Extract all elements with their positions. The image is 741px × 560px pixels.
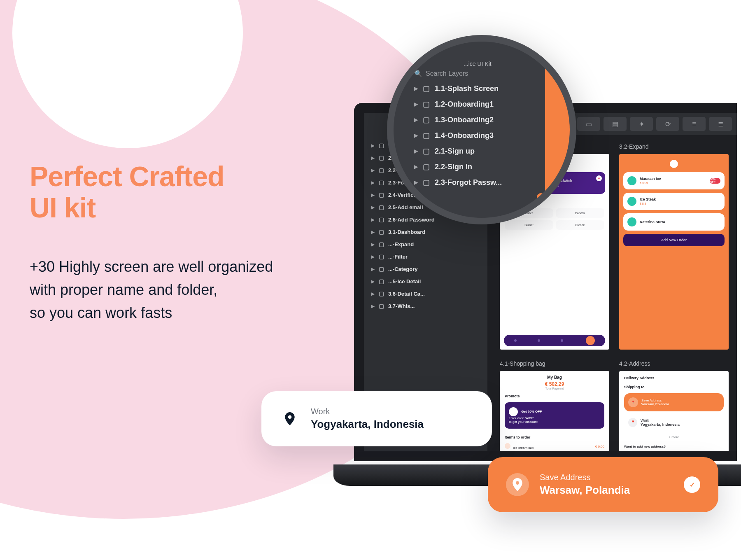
artboard-icon: ▢ [379,204,384,210]
disclosure-triangle-icon: ▶ [414,101,418,107]
artboard-address[interactable]: Delivery Address Shipping to 📍 Save Addr… [619,371,729,451]
lens-file-title: ...ice UI Kit [414,61,553,67]
disclosure-triangle-icon: ▶ [371,143,375,148]
page-subtitle: +30 Highly screen are well organized wit… [30,255,273,324]
pin-icon: 📍 [628,397,638,407]
artboard-icon: ▢ [379,179,384,186]
disclosure-triangle-icon: ▶ [414,117,418,123]
layer-name: 1.1-Splash Screen [435,84,499,93]
toolbar-tool-4[interactable]: ⟳ [656,117,679,131]
layer-row[interactable]: ▶▢1.4-Onboarding3 [414,128,553,143]
layer-row[interactable]: ▶▢3.7-Whis... [364,300,487,312]
title-line-1: Perfect Crafted [30,161,224,192]
artboard-icon: ▢ [379,167,384,173]
heart-icon: ♥ [596,175,602,181]
disclosure-triangle-icon: ▶ [371,254,375,259]
artboard-icon: ▢ [423,178,430,187]
layer-name: ...-Expand [388,241,414,247]
layer-row[interactable]: ▶▢...5-Ice Detail [364,275,487,287]
pin-icon: 📍 [628,418,637,427]
address-card-work[interactable]: Work Yogyakarta, Indonesia [261,391,492,446]
artboard-title: 3.2-Expand [619,143,729,150]
layer-name: 1.3-Onboarding2 [435,116,494,124]
artboard-icon: ▢ [379,290,384,297]
layer-row[interactable]: ▶▢2.1-Sign up [414,143,553,159]
artboard-expand[interactable]: Maracan Ice€ 33.920% OFFIce Steak€ 8.9Ka… [619,154,729,350]
disclosure-triangle-icon: ▶ [371,304,375,308]
layer-name: 1.4-Onboarding3 [435,131,494,140]
disclosure-triangle-icon: ▶ [371,156,375,160]
artboard-icon: ▢ [423,162,430,171]
layer-name: 3.7-Whis... [388,303,415,309]
artboard-icon: ▢ [423,131,430,140]
layer-row[interactable]: ▶▢...-Expand [364,238,487,250]
add-address-button: + [624,451,636,451]
disclosure-triangle-icon: ▶ [371,168,375,173]
saved-address-card: 📍 Save Address Warsaw, Polandia [624,393,724,411]
toolbar-tool-2[interactable]: ▤ [604,117,627,131]
artboard-icon: ▢ [379,154,384,161]
card-label: Save Address [540,473,673,482]
layer-row[interactable]: ▶▢...-Filter [364,250,487,263]
page-title: Perfect Crafted UI kit [30,161,224,223]
product-chip: Ice Steak€ 8.9 [623,193,725,210]
layer-name: 2.6-Add Password [388,217,435,223]
lens-dot [537,193,545,201]
refresh-icon: ⟳ [665,120,671,128]
layer-row[interactable]: ▶▢1.2-Onboarding1 [414,96,553,112]
artboard-icon: ▢ [379,229,384,235]
disclosure-triangle-icon: ▶ [371,180,375,185]
disclosure-triangle-icon: ▶ [414,86,418,91]
artboard-icon: ▢ [379,266,384,272]
disclosure-triangle-icon: ▶ [371,267,375,271]
disclosure-triangle-icon: ▶ [371,230,375,234]
promo-icon [509,407,518,416]
search-placeholder: Search Layers [426,70,468,77]
card-label: Work [311,407,424,416]
toolbar-tool-6[interactable]: ≣ [709,117,732,131]
disclosure-triangle-icon: ▶ [414,148,418,154]
layer-name: ...-Category [388,266,418,272]
layer-name: 2.5-Add email [388,204,423,210]
alt-address-row: 📍 Work Yogyakarta, Indonesia [624,414,724,431]
card-value: Warsaw, Polandia [540,484,673,497]
layer-row[interactable]: ▶▢2.3-Forgot Passw... [414,175,553,190]
rect-icon: ▭ [586,120,592,128]
offer-cell: Pancak [556,208,604,218]
layer-row[interactable]: ▶▢1.1-Splash Screen [414,81,553,96]
disclosure-triangle-icon: ▶ [371,279,375,284]
layer-row[interactable]: ▶▢3.1-Dashboard [364,226,487,238]
layer-row[interactable]: ▶▢1.3-Onboarding2 [414,112,553,128]
promo-card: Get 20% OFF enter code 'AIBF' to get you… [505,402,604,429]
artboard-icon: ▢ [379,191,384,198]
search-layers-input[interactable]: 🔍 Search Layers [414,70,553,77]
address-card-save[interactable]: Save Address Warsaw, Polandia ✓ [488,457,718,512]
product-chip: Maracan Ice€ 33.920% OFF [623,172,725,189]
disclosure-triangle-icon: ▶ [414,133,418,138]
artboard-icon: ▢ [423,84,430,93]
check-icon: ✓ [684,476,700,493]
add-order-button: Add New Order [623,234,725,246]
artboard-shopping-bag[interactable]: My Bag € 502,29 Total Payment Promote Ge… [500,371,609,451]
toolbar-tool-3[interactable]: ✦ [630,117,653,131]
toolbar-tool-1[interactable]: ▭ [577,117,600,131]
fab-icon [586,336,595,345]
align-icon: ▤ [612,120,618,128]
artboard-icon: ▢ [379,253,384,260]
layer-name: 3.1-Dashboard [388,229,425,235]
layer-row[interactable]: ▶▢2.2-Sign in [414,159,553,175]
disclosure-triangle-icon: ▶ [371,193,375,197]
item-icon [505,443,510,449]
avatar-icon [670,160,678,168]
product-avatar-icon [627,176,636,185]
toolbar-tool-5[interactable]: ≡ [683,117,706,131]
layer-row[interactable]: ▶▢3.6-Detail Ca... [364,287,487,300]
artboard-icon: ▢ [379,241,384,247]
offer-cell: Bucket [505,220,553,230]
disclosure-triangle-icon: ▶ [414,164,418,170]
layer-row[interactable]: ▶▢...-Category [364,263,487,275]
layer-name: 3.6-Detail Ca... [388,291,425,297]
artboard-icon: ▢ [423,147,430,156]
card-value: Yogyakarta, Indonesia [311,418,424,431]
disclosure-triangle-icon: ▶ [371,217,375,222]
